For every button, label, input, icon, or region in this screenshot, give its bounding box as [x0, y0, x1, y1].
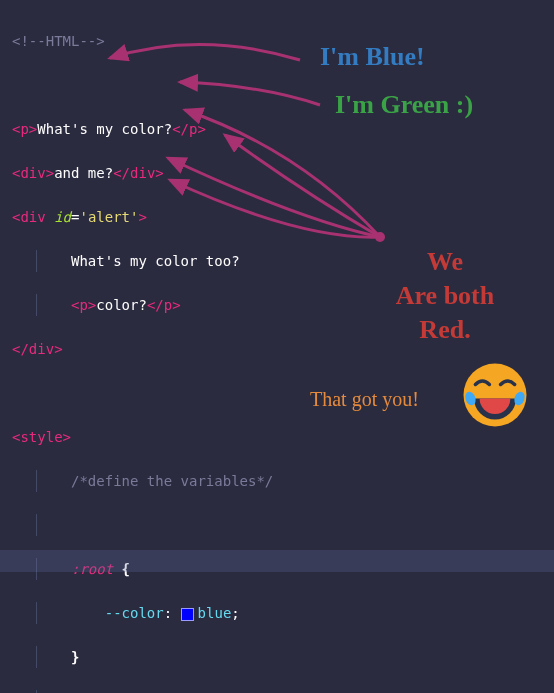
- annotation-green: I'm Green :): [335, 90, 473, 120]
- html-comment: <!--HTML-->: [12, 33, 105, 49]
- active-line-highlight: [0, 550, 554, 572]
- blue-swatch-icon: [181, 608, 194, 621]
- code-illustration: <!--HTML--> <p>What's my color?</p> <div…: [0, 0, 554, 693]
- laughing-emoji-icon: [460, 360, 530, 430]
- annotation-blue: I'm Blue!: [320, 42, 425, 72]
- annotation-gotcha: That got you!: [310, 388, 419, 411]
- annotation-red: We Are both Red.: [370, 245, 520, 346]
